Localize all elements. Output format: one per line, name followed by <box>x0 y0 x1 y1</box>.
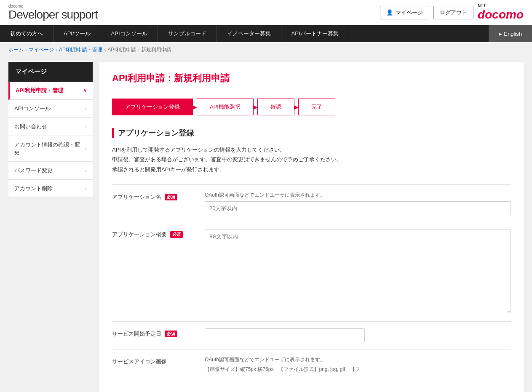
logo-main: Developer support <box>8 8 98 21</box>
header-actions: 👤 マイページ ログアウト NTT docomo <box>380 3 524 21</box>
sidebar-label-password: パスワード変更 <box>14 167 53 174</box>
main-nav: 初めての方へ API/ツール APIコンソール サンプルコード イノベーター募集… <box>0 25 532 42</box>
form-content-service-icon: OAuth認可画面などでエンドユーザに表示されます。 【画像サイズ】縦75px … <box>205 356 511 376</box>
sidebar-item-password[interactable]: パスワード変更 › <box>8 162 93 180</box>
nav-item-beginners[interactable]: 初めての方へ <box>0 25 53 42</box>
breadcrumb-sep-1: › <box>25 47 27 53</box>
breadcrumb-sep-3: › <box>104 47 106 53</box>
breadcrumb-current: API利用申請：新規利用申請 <box>107 46 171 53</box>
service-date-label: サービス開始予定日 <box>112 330 161 338</box>
sidebar-item-api-console[interactable]: APIコンソール › <box>8 100 93 118</box>
service-icon-note: OAuth認可画面などでエンドユーザに表示されます。 <box>205 356 511 363</box>
app-summary-textarea[interactable] <box>205 229 511 313</box>
chevron-right-icon-5: › <box>85 186 87 191</box>
sidebar-item-api-manage[interactable]: API利用申請・管理 ∨ <box>8 82 93 100</box>
docomo-brand-logo: NTT docomo <box>478 3 524 21</box>
desc-line1: APIを利用して開発するアプリケーションの情報を入力してください。 <box>112 145 511 155</box>
breadcrumb-api-manage[interactable]: API利用申請・管理 <box>59 46 102 53</box>
step-arrow-3: ▶ <box>294 104 299 110</box>
desc-line2: 申請後、審査がある場合がございます。審査中の変更はできませんので予めご了承くださ… <box>112 155 511 164</box>
service-date-required: 必須 <box>165 331 177 337</box>
form-row-app-summary: アプリケーション概要 必須 <box>112 222 511 321</box>
user-icon: 👤 <box>386 9 393 16</box>
form-label-area-app-name: アプリケーション名 必須 <box>112 192 196 201</box>
breadcrumb-mypage[interactable]: マイページ <box>29 46 54 53</box>
sidebar-label-account-info: アカウント情報の確認・変更 <box>14 141 85 156</box>
title-divider <box>112 90 511 90</box>
page-title: API利用申請：新規利用申請 <box>112 72 511 85</box>
chevron-right-icon-1: › <box>85 106 87 111</box>
step-app-register: アプリケーション登録 <box>112 99 193 115</box>
form-content-app-summary <box>205 229 511 315</box>
app-name-note: OAuth認可画面などでエンドユーザに表示されます。 <box>205 192 511 199</box>
breadcrumb-home[interactable]: ホーム <box>8 46 24 53</box>
form-row-service-icon: サービスアイコン画像 OAuth認可画面などでエンドユーザに表示されます。 【画… <box>112 349 511 382</box>
english-arrow-icon: ▶ <box>499 32 502 36</box>
sidebar-label-api-manage: API利用申請・管理 <box>16 87 63 94</box>
nav-item-sample-code[interactable]: サンプルコード <box>158 25 217 42</box>
app-summary-label: アプリケーション概要 <box>112 231 167 238</box>
form-content-service-date <box>205 328 511 342</box>
service-icon-note2: 【画像サイズ】縦75px 横75px 【ファイル形式】png, jpg, gif… <box>205 366 511 373</box>
sidebar-item-account-info[interactable]: アカウント情報の確認・変更 › <box>8 136 93 162</box>
chevron-right-icon-2: › <box>85 124 87 129</box>
step-api-select: API機能選択 <box>197 99 254 115</box>
page-layout: マイページ API利用申請・管理 ∨ APIコンソール › お問い合わせ › ア… <box>0 58 532 392</box>
steps-bar: アプリケーション登録 ▶ API機能選択 ▶ 確認 ▶ 完了 <box>112 99 511 115</box>
app-name-required: 必須 <box>165 194 177 200</box>
main-content: API利用申請：新規利用申請 アプリケーション登録 ▶ API機能選択 ▶ 確認… <box>99 62 524 392</box>
page-header: docomo Developer support 👤 マイページ ログアウト N… <box>0 0 532 25</box>
sidebar-label-api-console: APIコンソール <box>14 105 51 112</box>
form-label-area-app-summary: アプリケーション概要 必須 <box>112 229 196 238</box>
sidebar-item-delete-account[interactable]: アカウント削除 › <box>8 180 93 198</box>
form-label-area-service-date: サービス開始予定日 必須 <box>112 328 196 338</box>
form-content-app-name: OAuth認可画面などでエンドユーザに表示されます。 <box>205 192 511 215</box>
logo: docomo Developer support <box>8 4 98 21</box>
breadcrumb: ホーム › マイページ › API利用申請・管理 › API利用申請：新規利用申… <box>0 42 532 58</box>
form-row-service-start-date: サービス開始予定日 必須 <box>112 321 511 349</box>
chevron-down-icon: ∨ <box>83 88 87 93</box>
step-arrow-2: ▶ <box>253 104 258 110</box>
nav-item-api-console[interactable]: APIコンソール <box>101 25 158 42</box>
form-label-area-service-icon: サービスアイコン画像 <box>112 356 196 365</box>
sidebar: マイページ API利用申請・管理 ∨ APIコンソール › お問い合わせ › ア… <box>8 62 93 392</box>
sidebar-title: マイページ <box>8 62 93 82</box>
sidebar-label-contact: お問い合わせ <box>14 123 47 131</box>
step-arrow-1: ▶ <box>192 104 197 110</box>
form-description: APIを利用して開発するアプリケーションの情報を入力してください。 申請後、審査… <box>112 145 511 174</box>
service-icon-label: サービスアイコン画像 <box>112 358 167 365</box>
chevron-right-icon-4: › <box>85 168 87 173</box>
app-summary-required: 必須 <box>170 231 183 238</box>
sidebar-label-delete-account: アカウント削除 <box>14 185 53 192</box>
chevron-right-icon-3: › <box>85 146 87 151</box>
logout-button[interactable]: ログアウト <box>433 6 473 19</box>
form-row-app-name: アプリケーション名 必須 OAuth認可画面などでエンドユーザに表示されます。 <box>112 184 511 222</box>
sidebar-item-contact[interactable]: お問い合わせ › <box>8 118 93 136</box>
app-name-label: アプリケーション名 <box>112 193 161 201</box>
step-complete: 完了 <box>298 99 335 115</box>
section-title: アプリケーション登録 <box>112 128 511 138</box>
nav-item-innovator[interactable]: イノベーター募集 <box>217 25 281 42</box>
app-name-input[interactable] <box>205 201 511 215</box>
breadcrumb-sep-2: › <box>56 47 57 53</box>
service-date-input[interactable] <box>205 328 365 342</box>
logo-developer-text: Developer support <box>8 8 98 21</box>
mypage-button[interactable]: 👤 マイページ <box>380 6 429 19</box>
step-confirm: 確認 <box>257 99 294 115</box>
nav-item-english[interactable]: ▶ English <box>489 25 532 42</box>
nav-item-api-tools[interactable]: API/ツール <box>53 25 101 42</box>
desc-line3: 承認されると開発用APIキーが発行されます。 <box>112 165 511 174</box>
nav-item-api-partner[interactable]: APIパートナー募集 <box>281 25 349 42</box>
